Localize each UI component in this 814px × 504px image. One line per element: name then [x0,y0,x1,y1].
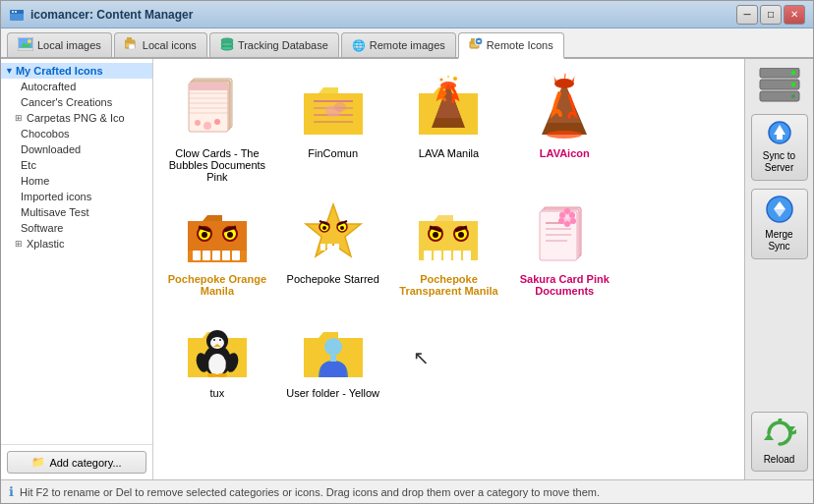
sidebar-item-downloaded[interactable]: Downloaded [1,141,152,157]
svg-point-96 [559,212,565,218]
icon-item-cursor-area: ↖ [393,307,505,405]
icon-image-lavaicon [529,73,600,143]
svg-point-15 [221,42,233,46]
sidebar-child-label: Home [21,175,49,187]
merge-sync-label: MergeSync [765,229,792,252]
icon-item-sakura-card[interactable]: Sakura Card Pink Documents [508,193,620,303]
icon-item-clow-cards[interactable]: Clow Cards - The Bubbles Documents Pink [161,67,273,189]
icon-image-pochepoke-transparent [413,198,484,269]
tab-tracking-db[interactable]: Tracking Database [209,32,339,57]
sidebar-footer: 📁 Add category... [1,444,152,479]
svg-point-111 [324,338,342,356]
svg-point-31 [214,119,220,125]
svg-rect-80 [443,251,451,260]
svg-rect-69 [334,244,339,251]
server-icon-top [751,67,808,106]
svg-point-44 [453,77,457,81]
tab-local-images-label: Local images [37,39,101,51]
icon-label-lavaicon: LAVAicon [540,147,590,159]
icon-label-pochepoke-orange: Pochepoke Orange Manila [165,273,269,297]
tracking-db-icon [220,37,234,53]
sidebar-item-xplastic[interactable]: ⊞ Xplastic [1,236,152,252]
local-icons-icon [125,37,139,53]
sync-to-server-button[interactable]: Sync toServer [751,114,808,181]
sidebar-item-software[interactable]: Software [1,220,152,236]
svg-point-45 [447,76,449,78]
icon-item-pochepoke-transparent[interactable]: Pochepoke Transparent Manila [393,193,505,303]
icon-item-pochepoke-starred[interactable]: Pochepoke Starred [277,193,389,303]
maximize-button[interactable]: □ [760,5,782,25]
icon-item-lava-manila[interactable]: LAVA Manila [393,67,505,189]
svg-point-118 [791,94,795,98]
icon-item-fincomun[interactable]: FinComun [277,67,389,189]
reload-button[interactable]: Reload [751,412,808,472]
sidebar-item-my-crafted-icons[interactable]: ▼ My Crafted Icons [1,63,152,79]
icon-image-tux [182,312,253,383]
svg-rect-68 [327,244,332,251]
window-controls: ─ □ ✕ [736,5,805,25]
merge-sync-button[interactable]: MergeSync [751,189,808,259]
svg-rect-53 [212,251,220,260]
svg-rect-81 [453,251,461,260]
close-button[interactable]: ✕ [784,5,805,25]
svg-rect-112 [330,356,336,362]
tree-collapse-icon: ▼ [5,66,14,76]
icon-item-pochepoke-orange[interactable]: Pochepoke Orange Manila [161,193,273,303]
minimize-button[interactable]: ─ [736,5,758,25]
svg-rect-10 [127,37,132,40]
sidebar-item-chocobos[interactable]: Chocobos [1,126,152,141]
tab-local-icons[interactable]: Local icons [114,32,207,57]
title-bar: icomancer: Content Manager ─ □ ✕ [1,1,813,28]
tab-remote-images[interactable]: 🌐 Remote images [341,32,456,57]
tab-local-images[interactable]: Local images [7,32,112,57]
svg-rect-82 [463,251,471,260]
svg-point-94 [564,221,570,227]
icon-item-empty1 [624,67,736,189]
tab-remote-icons[interactable]: Remote Icons [458,32,564,59]
svg-point-49 [547,131,582,139]
sidebar-child-label: Imported icons [21,191,91,202]
icon-item-user-folder[interactable]: User folder - Yellow [277,307,389,405]
sidebar-child-label: Etc [21,159,36,171]
sidebar-item-carpetas[interactable]: ⊞ Carpetas PNG & Ico [1,110,152,126]
svg-point-109 [207,373,217,377]
icon-image-empty2 [645,198,716,269]
svg-point-14 [221,46,233,50]
svg-point-110 [217,373,227,377]
sync-to-server-label: Sync toServer [763,150,795,174]
icon-image-pochepoke-starred [298,198,369,269]
sidebar-item-home[interactable]: Home [1,173,152,189]
svg-rect-23 [189,83,228,90]
sidebar: ▼ My Crafted Icons Autocrafted Cancer's … [1,59,153,479]
svg-point-37 [334,102,346,112]
sidebar-item-multisave-test[interactable]: Multisave Test [1,204,152,220]
sidebar-item-cancers-creations[interactable]: Cancer's Creations [1,94,152,110]
reload-icon [763,419,796,450]
sidebar-root-label: My Crafted Icons [16,65,103,77]
sidebar-item-imported-icons[interactable]: Imported icons [1,189,152,204]
add-category-button[interactable]: 📁 Add category... [7,451,146,474]
icon-label-clow-cards: Clow Cards - The Bubbles Documents Pink [165,147,269,183]
icon-grid: Clow Cards - The Bubbles Documents Pink [161,67,736,405]
icon-image-empty1 [645,73,716,143]
svg-point-66 [340,226,344,230]
tab-remote-icons-label: Remote Icons [487,39,553,51]
icon-item-empty2 [624,193,736,303]
svg-point-74 [433,232,438,238]
sidebar-item-autocrafted[interactable]: Autocrafted [1,79,152,94]
icon-image-fincomun [298,73,369,143]
icon-image-lava-manila [413,73,484,143]
icon-item-lavaicon[interactable]: LAVAicon [508,67,620,189]
main-content: ▼ My Crafted Icons Autocrafted Cancer's … [1,59,813,479]
svg-point-65 [322,226,326,230]
icon-item-tux[interactable]: tux [161,307,273,405]
sidebar-child-label: Cancer's Creations [21,96,112,108]
tree-expand-icon: ⊞ [15,239,23,249]
svg-point-93 [570,218,576,224]
svg-point-95 [558,218,564,224]
icon-label-sakura-card: Sakura Card Pink Documents [512,273,616,297]
svg-point-75 [458,232,464,238]
svg-point-117 [791,83,795,86]
sync-up-icon [764,121,795,146]
sidebar-item-etc[interactable]: Etc [1,157,152,173]
